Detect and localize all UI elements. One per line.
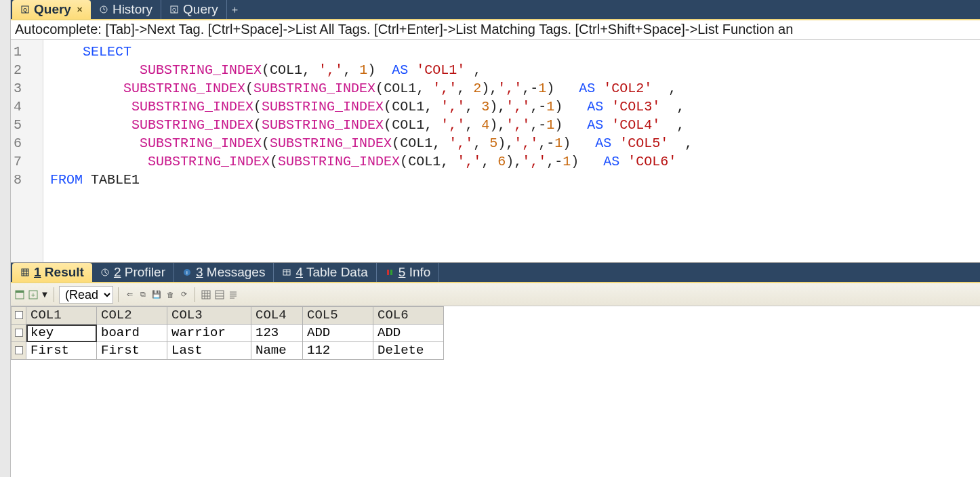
svg-rect-27 — [216, 291, 224, 299]
svg-text:i: i — [186, 270, 188, 276]
sql-editor[interactable]: 12345678 SELECT SUBSTRING_INDEX(COL1, ',… — [11, 40, 980, 263]
code-area[interactable]: SELECT SUBSTRING_INDEX(COL1, ',', 1) AS … — [43, 40, 980, 262]
svg-rect-16 — [387, 270, 389, 275]
result-tab-profiler[interactable]: 2 Profiler — [92, 263, 174, 282]
history-icon — [99, 5, 108, 14]
cell[interactable]: ADD — [303, 325, 373, 342]
table-icon — [282, 268, 291, 277]
checkbox-icon[interactable] — [15, 329, 23, 337]
top-tab-2[interactable]: QQuery — [161, 0, 227, 19]
top-tab-1[interactable]: History — [91, 0, 161, 19]
result-tab-label: 2 Profiler — [114, 265, 165, 280]
line-number: 3 — [14, 79, 36, 98]
autocomplete-hint: Autocomplete: [Tab]->Next Tag. [Ctrl+Spa… — [11, 20, 980, 40]
result-grid-wrap: COL1COL2COL3COL4COL5COL6keyboard warrior… — [11, 306, 980, 477]
app-root: QQuery✕HistoryQQuery＋ Autocomplete: [Tab… — [0, 0, 980, 477]
checkbox-icon[interactable] — [15, 311, 23, 319]
column-header[interactable]: COL4 — [251, 307, 303, 325]
grid-icon — [20, 268, 30, 277]
cell[interactable]: Last — [167, 342, 251, 360]
svg-rect-19 — [16, 291, 24, 293]
column-header[interactable]: COL3 — [167, 307, 251, 325]
cell[interactable]: Name — [251, 342, 303, 360]
result-tabs-bar: 1 Result2 Profileri3 Messages4 Table Dat… — [11, 263, 980, 283]
code-line[interactable]: SUBSTRING_INDEX(COL1, ',', 1) AS 'COL1' … — [50, 61, 973, 79]
refresh-icon[interactable]: ⟳ — [178, 289, 190, 301]
column-header[interactable]: COL2 — [97, 307, 167, 325]
svg-text:Q: Q — [172, 7, 176, 13]
export-icon[interactable]: ⇐ — [123, 289, 136, 301]
view-grid-icon[interactable] — [200, 289, 212, 301]
delete-icon[interactable]: 🗑 — [164, 289, 176, 301]
view-text-icon[interactable] — [227, 289, 239, 301]
svg-rect-5 — [22, 269, 28, 276]
result-tab-messages[interactable]: i3 Messages — [174, 263, 274, 282]
close-icon[interactable]: ✕ — [77, 5, 83, 14]
grid-add-icon[interactable]: + — [27, 289, 39, 301]
toolbar-seg-left: + ▼ — [14, 289, 49, 301]
line-number-gutter: 12345678 — [11, 40, 43, 262]
save-icon[interactable]: 💾 — [150, 289, 163, 301]
cell[interactable]: First — [26, 342, 97, 360]
toolbar-separator — [118, 287, 119, 302]
code-line[interactable]: SUBSTRING_INDEX(SUBSTRING_INDEX(COL1, ',… — [50, 152, 973, 171]
column-header[interactable]: COL1 — [26, 307, 97, 325]
top-tab-0[interactable]: QQuery✕ — [12, 0, 91, 19]
main-panel: QQuery✕HistoryQQuery＋ Autocomplete: [Tab… — [11, 0, 980, 477]
line-number: 7 — [14, 152, 36, 171]
cell[interactable]: ADD — [373, 325, 444, 342]
result-tab-result[interactable]: 1 Result — [12, 263, 92, 282]
copy-icon[interactable]: ⧉ — [137, 289, 149, 301]
add-tab-button[interactable]: ＋ — [227, 0, 243, 19]
cell[interactable]: 112 — [303, 342, 373, 360]
line-number: 1 — [14, 43, 36, 61]
left-gutter — [0, 0, 11, 477]
top-tabs-bar: QQuery✕HistoryQQuery＋ — [11, 0, 980, 20]
toolbar-separator — [195, 287, 195, 302]
svg-rect-22 — [202, 291, 210, 299]
code-line[interactable]: SUBSTRING_INDEX(SUBSTRING_INDEX(COL1, ',… — [50, 116, 973, 134]
grid-refresh-icon[interactable] — [14, 289, 26, 301]
sql-icon: Q — [169, 5, 179, 14]
column-header[interactable]: COL6 — [373, 307, 444, 325]
code-line[interactable]: SUBSTRING_INDEX(SUBSTRING_INDEX(COL1, ',… — [50, 134, 973, 152]
toolbar-seg-edit: ⇐ ⧉ 💾 🗑 ⟳ — [123, 289, 190, 301]
cell[interactable]: First — [97, 342, 167, 360]
row-header[interactable] — [12, 342, 26, 360]
checkbox-icon[interactable] — [15, 346, 23, 354]
table-row[interactable]: keyboard warrior123ADDADD — [12, 325, 444, 342]
result-grid[interactable]: COL1COL2COL3COL4COL5COL6keyboard warrior… — [11, 306, 444, 360]
top-tab-label: Query — [183, 2, 218, 17]
result-tab-table-data[interactable]: 4 Table Data — [274, 263, 376, 282]
view-form-icon[interactable] — [213, 289, 226, 301]
grid-corner[interactable] — [12, 307, 26, 325]
dropdown-icon[interactable]: ▼ — [41, 291, 49, 299]
cell[interactable]: 123 — [251, 325, 303, 342]
code-line[interactable]: FROM TABLE1 — [50, 171, 973, 189]
result-tab-label: 3 Messages — [196, 265, 265, 280]
code-line[interactable]: SELECT — [50, 43, 973, 61]
result-toolbar: + ▼ (Read ⇐ ⧉ 💾 🗑 ⟳ — [11, 283, 980, 306]
top-tab-label: Query — [34, 2, 71, 17]
line-number: 8 — [14, 171, 36, 189]
cell[interactable]: key — [26, 325, 97, 342]
code-line[interactable]: SUBSTRING_INDEX(SUBSTRING_INDEX(COL1, ',… — [50, 79, 973, 98]
result-tab-info[interactable]: 5 Info — [377, 263, 440, 282]
cell[interactable]: Delete — [373, 342, 444, 360]
profiler-icon — [100, 268, 110, 277]
code-line[interactable]: SUBSTRING_INDEX(SUBSTRING_INDEX(COL1, ',… — [50, 98, 973, 116]
table-row[interactable]: FirstFirst Last Name112Delete — [12, 342, 444, 360]
cell[interactable]: warrior — [167, 325, 251, 342]
result-tab-label: 1 Result — [34, 265, 84, 280]
row-header[interactable] — [12, 325, 26, 342]
toolbar-separator — [54, 287, 54, 302]
line-number: 4 — [14, 98, 36, 116]
cell[interactable]: board — [97, 325, 167, 342]
sql-icon: Q — [20, 5, 30, 14]
column-header[interactable]: COL5 — [303, 307, 373, 325]
line-number: 2 — [14, 61, 36, 79]
result-tab-label: 5 Info — [399, 265, 431, 280]
grid-mode-select[interactable]: (Read — [59, 286, 113, 304]
info-icon — [385, 268, 394, 277]
line-number: 6 — [14, 134, 36, 152]
